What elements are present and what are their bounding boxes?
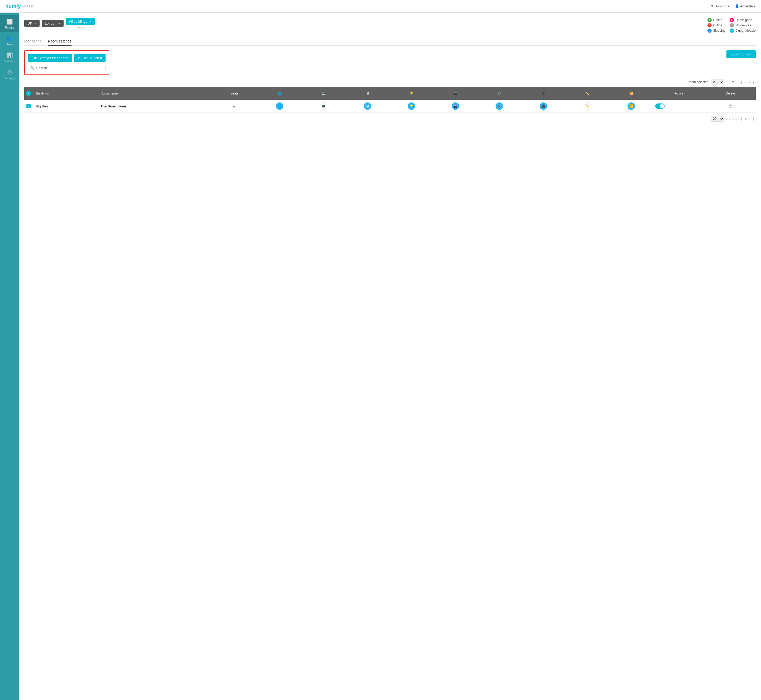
row-edit[interactable]: ✏️ [565,100,609,113]
per-page-select-top[interactable]: 20 50 100 [711,79,724,85]
top-bar: UK ▼ London ▼ All buildings ▼ 1 rooms [24,18,756,33]
rooms-icon: ⬜ [6,19,13,25]
status-online: 0 Online [708,18,726,22]
camera-feature-icon: 📷 [452,102,459,110]
city-value: London [45,21,56,25]
sidebar-item-rooms[interactable]: ⬜ Rooms [0,15,19,32]
first-page-button-bottom[interactable]: ⟪ [739,116,743,122]
laptop-feature-icon: 💻 [320,102,327,110]
light-feature-icon: 💡 [408,102,415,110]
edit-selected-button[interactable]: ✓ Edit Selected [74,54,106,62]
online-label: Online [713,18,722,22]
th-monitor: 🖥 [346,87,390,100]
table-controls-top: 1 room selected 20 50 100 1-1 of 1 ⟪ ‹ ›… [24,79,756,85]
row-active[interactable] [653,100,705,113]
row-video[interactable]: 🎥 [521,100,566,113]
sleeping-label: Sleeping [713,29,726,33]
selected-count: 1 room selected [686,80,708,84]
last-page-button-top[interactable]: ⟫ [752,80,756,85]
next-page-button-top[interactable]: › [747,80,751,85]
row-audio[interactable]: 🔊 [477,100,521,113]
edit-icon: ✏️ [585,92,589,95]
city-dropdown[interactable]: London ▼ [42,20,64,27]
offline-label: Offline [713,23,722,27]
tab-room-settings[interactable]: Room settings [48,37,71,46]
select-all-checkbox[interactable]: ✓ [27,91,31,95]
country-dropdown[interactable]: UK ▼ [24,20,40,27]
offline-dot: 0 [708,23,712,27]
tabs: Monitoring Room settings [24,37,756,46]
last-page-button-bottom[interactable]: ⟫ [752,116,756,122]
sleeping-dot: 0 [708,28,712,33]
th-edit: ✏️ [565,87,609,100]
status-upgradeable: 0 0 upgradeable [730,28,756,33]
light-icon: 💡 [410,92,413,95]
support-chevron-icon: ▾ [728,4,730,8]
active-toggle[interactable] [655,103,665,109]
sidebar-item-settings[interactable]: ⚙️ Settings [0,66,19,83]
status-area: 0 Online 0 Unassigned 0 Offline 1 No dev… [708,18,756,33]
wifi-feature-icon: 📶 [627,102,635,110]
row-laptop[interactable]: 💻 [302,100,346,113]
th-building: Buildings [34,87,98,100]
toggle-knob [660,104,664,108]
pagination-nav-bottom: ⟪ ‹ › ⟫ [739,116,756,122]
sidebar-item-statistics[interactable]: 📊 Statistics [0,49,19,66]
main-content: UK ▼ London ▼ All buildings ▼ 1 rooms [19,12,761,700]
building-dropdown[interactable]: All buildings ▼ [66,18,95,25]
row-camera[interactable]: 📷 [434,100,477,113]
status-offline: 0 Offline [708,23,726,27]
th-video: 🎥 [521,87,566,100]
row-light[interactable]: 💡 [390,100,434,113]
row-seats: 20 [211,100,258,113]
sidebar-item-settings-label: Settings [4,77,15,80]
first-page-button-top[interactable]: ⟪ [739,80,743,85]
prev-page-button-top[interactable]: ‹ [744,80,747,85]
next-page-button-bottom[interactable]: › [747,116,751,122]
search-input[interactable] [36,66,84,70]
wifi-icon: 📶 [629,92,633,95]
user-button[interactable]: 👤 Amanda ▾ [735,4,756,8]
room-table: ✓ Buildings Room name Seats 🌐 💻 🖥 💡 [24,87,756,113]
support-button[interactable]: ⚙ Support ▾ [710,4,730,8]
th-seats: Seats [211,87,258,100]
row-building: Big Ben [34,100,98,113]
action-area: Edit Settings for London ✓ Edit Selected… [24,50,109,75]
table-controls-bottom: 20 50 100 1-1 of 1 ⟪ ‹ › ⟫ [24,116,756,122]
rooms-count: 1 rooms [75,26,86,29]
edit-feature-icon: ✏️ [584,102,591,110]
user-label: Amanda [740,4,753,8]
no-devices-label: No devices [735,23,751,27]
monitor-icon: 🖥 [366,92,369,95]
support-label: Support [714,4,727,8]
building-arrow-icon: ▼ [89,20,92,23]
action-row: Edit Settings for London ✓ Edit Selected… [24,50,756,79]
header: humly v1.9.1.0 ⚙ Support ▾ 👤 Amanda ▾ [0,0,761,12]
row-monitor[interactable]: 🖥 [346,100,390,113]
row-wifi[interactable]: 📶 [609,100,653,113]
row-checkbox[interactable]: ✓ [27,104,31,108]
edit-settings-button[interactable]: Edit Settings for London [28,54,72,62]
sidebar-item-users[interactable]: 👥 Users [0,32,19,49]
row-web[interactable]: 🌐 [258,100,302,113]
tab-monitoring[interactable]: Monitoring [24,37,41,46]
page-range-bottom: 1-1 of 1 [726,117,737,120]
status-grid: 0 Online 0 Unassigned 0 Offline 1 No dev… [708,18,756,33]
filter-area: UK ▼ London ▼ All buildings ▼ 1 rooms [24,18,95,29]
delete-icon[interactable]: 🗑 [728,104,733,108]
per-page-select-bottom[interactable]: 20 50 100 [711,116,724,122]
online-dot: 0 [708,18,712,22]
logo-area: humly v1.9.1.0 [5,3,33,9]
prev-page-button-bottom[interactable]: ‹ [744,116,747,122]
row-delete[interactable]: 🗑 [705,100,756,113]
video-feature-icon: 🎥 [540,102,547,110]
row-check[interactable]: ✓ [24,100,34,113]
export-button[interactable]: Export to .csv [727,50,756,58]
th-camera: 📷 [434,87,477,100]
country-arrow-icon: ▼ [34,22,36,25]
support-icon: ⚙ [710,4,714,8]
table-body: ✓ Big Ben The Boardroom 20 🌐 💻 🖥 💡 [24,100,756,113]
page-range-top: 1-1 of 1 [726,80,737,84]
status-sleeping: 0 Sleeping [708,28,726,33]
logo-text: humly [5,3,21,9]
